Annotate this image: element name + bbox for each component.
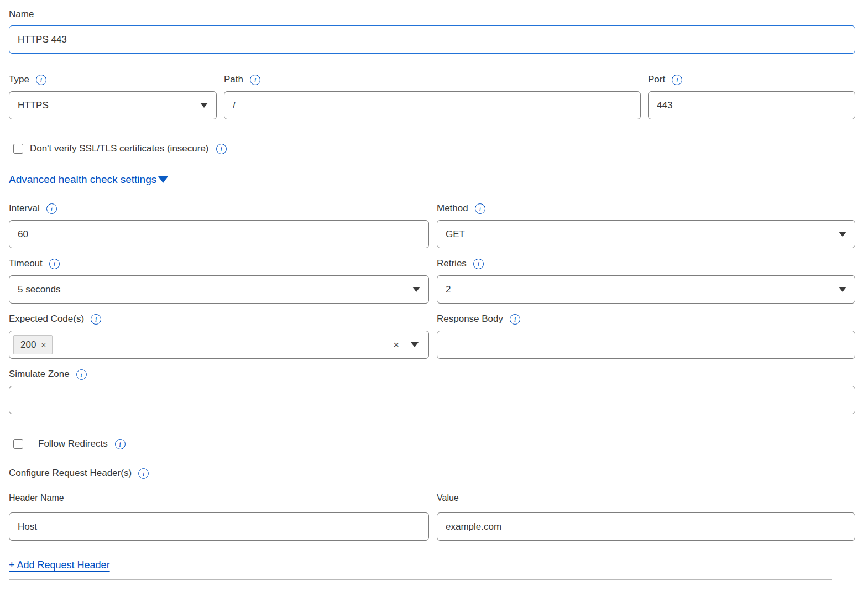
interval-input[interactable] [9,220,429,248]
response-body-label: Response Body [437,313,503,325]
chevron-down-icon [839,287,846,292]
follow-redirects-label: Follow Redirects [38,438,108,449]
response-body-input[interactable] [437,331,855,359]
header-name-label: Header Name [9,493,429,503]
chevron-down-icon[interactable] [411,342,419,347]
chevron-down-icon [412,287,420,292]
info-icon[interactable]: i [91,314,101,325]
port-label: Port [648,74,665,85]
info-icon[interactable]: i [76,369,87,380]
method-select[interactable]: GET [437,220,855,248]
info-icon[interactable]: i [475,203,485,214]
chevron-down-icon[interactable] [158,176,168,183]
retries-select-value: 2 [446,284,451,295]
chevron-down-icon [200,103,208,108]
health-check-form: Name Type i HTTPS Path i Port i [9,9,855,580]
section-divider [9,579,832,580]
info-icon[interactable]: i [36,75,46,85]
interval-label: Interval [9,203,40,214]
path-input[interactable] [224,91,641,119]
clear-all-icon[interactable]: × [393,339,399,350]
port-input[interactable] [648,91,855,119]
timeout-select-value: 5 seconds [18,284,61,295]
name-input[interactable] [9,25,855,54]
add-request-header-link[interactable]: + Add Request Header [9,559,110,571]
advanced-settings-link[interactable]: Advanced health check settings [9,174,156,186]
info-icon[interactable]: i [138,468,149,479]
info-icon[interactable]: i [216,144,227,154]
type-select[interactable]: HTTPS [9,91,217,119]
method-select-value: GET [446,229,465,240]
info-icon[interactable]: i [510,314,520,325]
expected-codes-multiselect[interactable]: 200 × × [9,331,429,359]
expected-code-tag-value: 200 [20,339,36,351]
type-select-value: HTTPS [18,100,49,111]
header-name-input[interactable] [9,512,429,541]
remove-tag-icon[interactable]: × [41,340,46,349]
retries-label: Retries [437,258,467,269]
follow-redirects-checkbox[interactable] [13,439,23,449]
info-icon[interactable]: i [672,75,682,85]
ssl-verify-checkbox[interactable] [13,144,23,154]
timeout-select[interactable]: 5 seconds [9,275,429,304]
type-label: Type [9,74,29,85]
simulate-zone-label: Simulate Zone [9,369,70,380]
info-icon[interactable]: i [473,259,484,269]
path-label: Path [224,74,243,85]
expected-code-tag: 200 × [13,335,53,354]
retries-select[interactable]: 2 [437,275,855,304]
ssl-verify-label: Don't verify SSL/TLS certificates (insec… [30,143,209,154]
header-value-input[interactable] [437,512,855,541]
name-label: Name [9,9,855,20]
info-icon[interactable]: i [49,259,60,269]
timeout-label: Timeout [9,258,43,269]
configure-request-headers-label: Configure Request Header(s) [9,468,132,479]
method-label: Method [437,203,468,214]
header-value-label: Value [437,493,855,503]
info-icon[interactable]: i [46,203,57,214]
chevron-down-icon [839,232,846,237]
info-icon[interactable]: i [115,439,126,449]
info-icon[interactable]: i [250,75,260,85]
expected-codes-label: Expected Code(s) [9,313,84,325]
simulate-zone-input[interactable] [9,386,855,414]
